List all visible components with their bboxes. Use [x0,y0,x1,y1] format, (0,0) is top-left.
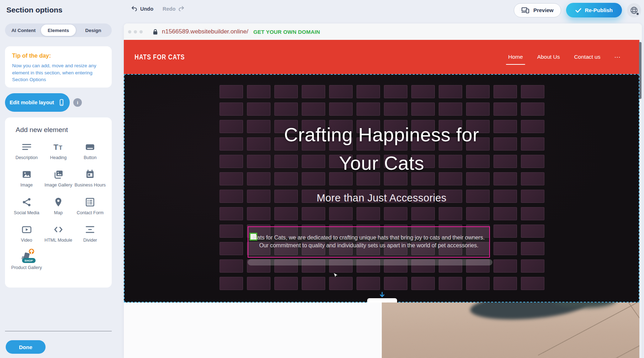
element-map[interactable]: Map [43,197,74,216]
hero-tile [466,102,490,116]
hero-tile [302,277,325,290]
hero-tile [493,225,517,238]
hero-tile [493,259,517,273]
image-icon [21,169,32,180]
hero-body-text: Hats for Cats, we are dedicated to craft… [248,234,489,249]
element-image-gallery[interactable]: Image Gallery [43,169,74,188]
element-html-module[interactable]: HTML Module [43,224,74,243]
tip-body: Now you can add, move and resize any ele… [12,62,105,83]
svg-text:T: T [59,144,62,151]
hero-tile [329,207,353,220]
hero-tile [521,225,544,238]
preview-scrollbar-thumb[interactable] [639,42,642,99]
image-gallery-icon [53,169,64,180]
nav-home[interactable]: Home [508,54,523,60]
hero-tile [411,85,435,98]
lock-icon [153,29,158,35]
hero-tile [384,102,407,116]
tab-ai-content[interactable]: AI Content [6,25,41,36]
hero-tile [493,102,517,116]
hero-tile [302,102,325,116]
preview-button[interactable]: Preview [514,3,561,17]
floor-photo [382,302,639,358]
social-media-icon [21,197,32,207]
description-icon [21,142,32,152]
element-business-hours[interactable]: Business Hours [74,169,106,188]
element-contact-form[interactable]: Contact Form [74,197,106,216]
hero-section-selected[interactable]: Crafting Happiness for Your Cats More th… [124,74,639,302]
undo-label: Undo [140,6,153,12]
video-icon [21,224,32,235]
section-options-sidebar: AI Content Elements Design Tip of the da… [0,0,121,358]
element-social-media[interactable]: Social Media [11,197,42,216]
address-bar[interactable]: n1566589.websitebuilder.online/ [153,28,248,35]
contact-form-icon [85,197,95,207]
hero-tile [521,85,544,98]
redo-label: Redo [163,6,175,12]
hero-tile [493,277,517,290]
nav-more[interactable]: ··· [615,54,621,60]
hero-tile [247,277,270,290]
heading-icon: TT [53,142,64,152]
hero-subheading: More than Just Accessories [125,192,639,204]
tab-elements[interactable]: Elements [41,25,76,36]
info-icon[interactable]: i [73,98,82,107]
sidebar-divider [5,331,112,331]
element-heading[interactable]: TT Heading [43,142,74,160]
business-hours-icon [85,169,95,180]
nav-about-us[interactable]: About Us [537,54,560,60]
tab-design[interactable]: Design [76,25,111,36]
done-button[interactable]: Done [6,340,46,354]
element-description[interactable]: Description [11,142,42,160]
site-nav: Home About Us Contact us ··· [508,54,621,60]
edit-mobile-label: Edit mobile layout [10,100,54,105]
hero-tile [466,277,490,290]
button-icon [85,142,95,152]
element-product-gallery[interactable]: SHOP Product Gallery [11,252,42,270]
language-globe-button[interactable] [627,3,641,17]
hero-tile [521,242,544,255]
nav-contact-us[interactable]: Contact us [574,54,600,60]
check-icon [575,8,581,13]
hero-tile [411,102,435,116]
get-your-own-domain-link[interactable]: GET YOUR OWN DOMAIN [253,29,320,35]
hero-tile [302,85,325,98]
hero-tile [329,102,353,116]
undo-button[interactable]: Undo [131,5,153,12]
hero-tile [220,225,243,238]
element-button[interactable]: Button [74,142,106,160]
hero-tile [357,102,380,116]
edit-mobile-layout-button[interactable]: Edit mobile layout [5,93,70,112]
add-element-title: Add new element [16,126,106,134]
hero-tile [274,207,298,220]
republish-label: Re-Publish [585,7,613,13]
hero-tile [439,277,462,290]
hero-tile [466,85,490,98]
site-header: HATS FOR CATS Home About Us Contact us ·… [124,40,639,74]
redo-button[interactable]: Redo [163,5,185,12]
hero-tile [329,85,353,98]
element-video[interactable]: Video [11,224,42,243]
selected-text-element[interactable]: Hats for Cats, we are dedicated to craft… [248,226,490,258]
hero-tile [274,102,298,116]
hero-tile [302,207,325,220]
redo-icon [178,5,185,12]
site-logo[interactable]: HATS FOR CATS [134,53,185,61]
hero-tile [521,259,544,273]
drop-zone-highlight [248,259,492,265]
undo-icon [131,5,138,12]
shop-badge: SHOP [22,258,36,263]
mobile-phone-icon [58,99,65,106]
hero-tile [274,85,298,98]
hero-tile [220,85,243,98]
element-image[interactable]: Image [11,169,42,188]
undo-redo-group: Undo Redo [131,5,185,12]
hero-tile [411,277,435,290]
hero-tile [466,207,490,220]
hero-tile [220,277,243,290]
republish-button[interactable]: Re-Publish [566,3,622,17]
add-element-panel: Add new element Description TT Heading B… [5,117,112,288]
hero-tile [521,277,544,290]
element-divider[interactable]: Divider [74,224,106,243]
hero-tile [493,242,517,255]
